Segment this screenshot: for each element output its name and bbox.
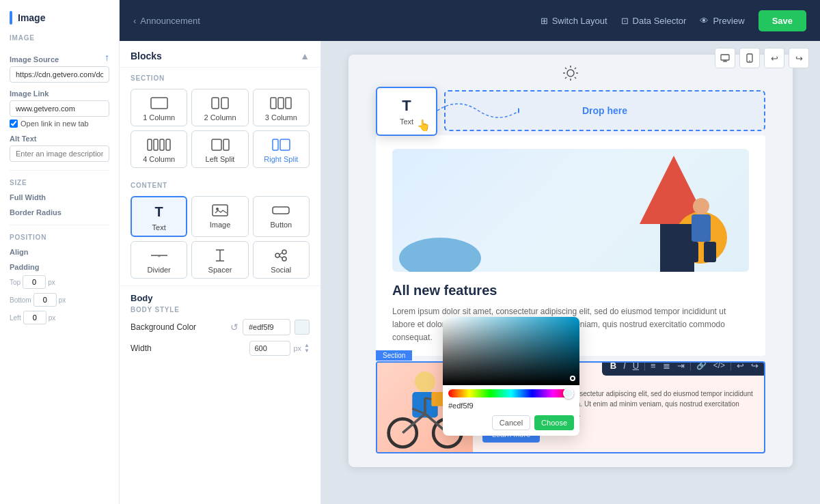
bold-button[interactable]: B [607,361,619,372]
svg-rect-16 [273,207,289,214]
switch-layout-button[interactable]: ⊞ Switch Layout [541,16,607,26]
open-new-tab-label: Open link in new tab [20,120,89,128]
image-source-input[interactable] [10,66,109,83]
canvas-toolbar: ↩ ↪ [715,48,809,68]
block-4col[interactable]: 4 Column [131,130,187,168]
bg-color-input[interactable] [243,319,290,335]
block-divider-label: Divider [148,266,171,274]
width-decrement[interactable]: ▼ [304,348,310,354]
align-label: Align [10,248,109,256]
svg-rect-9 [166,139,170,150]
color-cancel-button[interactable]: Cancel [492,415,530,430]
person-shape [681,197,722,272]
block-text[interactable]: T Text [131,196,187,237]
sun-icon [562,64,579,86]
undo-button[interactable]: ↩ [764,48,784,68]
block-left-split[interactable]: Left Split [191,130,248,168]
color-picker-actions: Cancel Choose [443,412,579,436]
link-button[interactable]: 🔗 [694,361,709,372]
mobile-icon [746,53,753,63]
rich-text-toolbar-row2: B I U ≡ ≣ ⇥ 🔗 </> ↩ ↪ [602,361,765,376]
ordered-list-button[interactable]: ≡ [648,361,659,372]
alt-text-input[interactable] [10,145,109,162]
padding-label: Padding [10,263,109,271]
blocks-panel: Blocks ▲ SECTION 1 Column 2 Column 3 Col… [120,41,321,504]
block-right-split[interactable]: Right Split [253,130,310,168]
svg-line-39 [575,68,576,69]
width-field: px ▲ ▼ [249,341,310,356]
hue-indicator [563,388,574,399]
save-button[interactable]: Save [758,10,806,31]
back-icon: ‹ [133,16,136,26]
block-1col[interactable]: 1 Column [131,89,187,126]
svg-rect-5 [286,98,291,109]
redo-button[interactable]: ↪ [789,48,809,68]
underline-button[interactable]: U [630,361,642,372]
drop-here-text: Drop here [582,105,627,116]
unordered-list-button[interactable]: ≣ [660,361,673,372]
blocks-collapse-icon[interactable]: ▲ [300,51,310,61]
alt-text-label: Alt Text [10,135,109,143]
hex-row: #edf5f9 [443,397,579,412]
upload-icon[interactable]: ↑ [105,52,109,63]
block-2col-label: 2 Column [204,113,236,122]
block-3col[interactable]: 3 Column [253,89,310,126]
padding-bottom-input[interactable] [33,293,57,307]
svg-rect-6 [148,139,152,150]
color-choose-button[interactable]: Choose [534,415,574,430]
indent-button[interactable]: ⇥ [674,361,687,372]
width-label: Width [131,344,152,353]
2col-icon [210,96,230,110]
svg-line-26 [279,256,282,258]
preview-button[interactable]: 👁 Preview [700,16,744,26]
padding-left-field: Left px [10,311,55,324]
padding-bottom-unit: px [59,296,66,304]
padding-left-input[interactable] [23,311,46,324]
drop-zone[interactable]: Drop here [444,90,765,131]
redo-toolbar-button[interactable]: ↪ [748,361,761,372]
text-icon: T [155,204,163,220]
svg-point-22 [275,253,279,257]
undo-toolbar-button[interactable]: ↩ [734,361,747,372]
text-block-dragging: T Text 👆 [376,87,437,136]
social-block-icon [273,249,289,262]
color-swatch[interactable] [295,320,310,335]
svg-rect-7 [154,139,158,150]
hex-value: #edf5f9 [448,402,574,410]
block-divider[interactable]: ÷ Divider [131,241,187,279]
gradient-indicator [570,376,575,381]
reset-color-button[interactable]: ↺ [230,322,238,333]
block-image[interactable]: Image [191,196,248,237]
image-section-label: IMAGE [10,34,109,42]
features-illustration [392,149,749,272]
color-picker-popup: #edf5f9 Cancel Choose [443,317,579,436]
image-source-row: Image Source ↑ [10,48,109,66]
block-social[interactable]: Social [253,241,310,279]
color-gradient[interactable] [443,317,579,385]
block-2col[interactable]: 2 Column [191,89,248,126]
mobile-view-button[interactable] [739,48,760,68]
page-title: Announcement [140,16,200,26]
width-input[interactable] [249,341,290,356]
back-button[interactable]: ‹ Announcement [133,16,200,26]
padding-left-unit: px [49,314,56,322]
width-stepper: ▲ ▼ [304,343,310,354]
bg-color-controls: ↺ [230,319,310,335]
body-title: Body [131,293,310,303]
block-4col-label: 4 Column [143,155,175,163]
data-selector-button[interactable]: ⊡ Data Selector [621,16,687,26]
block-button[interactable]: Button [253,196,310,237]
block-spacer[interactable]: Spacer [191,241,248,279]
content-blocks-label: CONTENT [120,175,320,192]
body-section: Body BODY STYLE Background Color ↺ Width… [120,285,320,363]
hue-bar[interactable] [448,389,574,397]
italic-button[interactable]: I [620,361,629,372]
open-new-tab-checkbox[interactable] [10,120,18,128]
image-block-icon [212,204,228,217]
layout-icon: ⊞ [541,16,548,26]
svg-rect-10 [212,139,221,150]
image-link-input[interactable] [10,100,109,117]
desktop-view-button[interactable] [715,48,735,68]
code-button[interactable]: </> [711,361,728,372]
padding-top-input[interactable] [23,275,46,289]
